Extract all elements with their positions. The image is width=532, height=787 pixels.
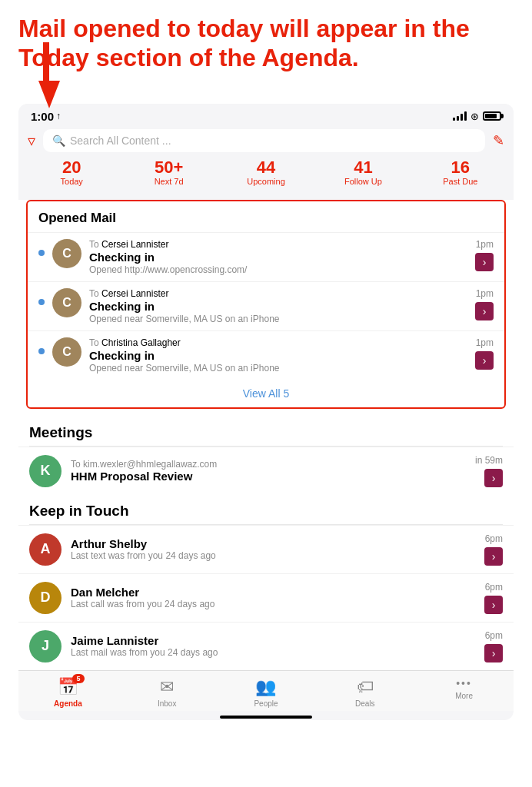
mail-time: 1pm <box>476 288 494 299</box>
touch-action-button[interactable]: › <box>484 547 503 566</box>
avatar: K <box>29 455 62 487</box>
tab-pastdue[interactable]: 16 Past Due <box>414 158 507 186</box>
wifi-icon: ⊛ <box>470 111 479 122</box>
mail-body: To Cersei Lannister Checking in Opened n… <box>89 288 467 324</box>
tab-followup[interactable]: 41 Follow Up <box>316 158 410 186</box>
avatar: C <box>52 288 81 317</box>
search-placeholder: Search All Content ... <box>70 134 171 147</box>
agenda-icon: 📅 5 <box>58 677 78 697</box>
filter-icon[interactable]: ▿ <box>28 131 35 150</box>
inbox-icon: ✉ <box>160 677 174 697</box>
touch-body: Dan Melcher Last call was from you 24 da… <box>71 586 475 609</box>
tab-people-label: People <box>254 699 278 708</box>
keep-in-touch-section: Keep in Touch A Arthur Shelby Last text … <box>18 495 514 670</box>
annotation-text: Mail opened to today will appear in the … <box>0 0 532 81</box>
mail-to: To Cersei Lannister <box>89 288 467 299</box>
touch-sub: Last mail was from you 24 days ago <box>71 647 475 658</box>
mail-subject: Checking in <box>89 349 467 362</box>
touch-time: 6pm <box>485 582 503 593</box>
tab-upcoming[interactable]: 44 Upcoming <box>219 158 313 186</box>
meetings-section: Meetings K To kim.wexler@hhmlegallawaz.c… <box>18 417 514 495</box>
mail-time-area: 1pm › <box>475 239 494 271</box>
agenda-badge: 5 <box>72 674 85 683</box>
touch-item-arthur[interactable]: A Arthur Shelby Last text was from you 2… <box>18 525 514 573</box>
tab-agenda-label: Agenda <box>54 699 82 708</box>
bottom-tab-bar: 📅 5 Agenda ✉ Inbox 👥 People 🏷 Deals ••• … <box>18 670 514 711</box>
meeting-item[interactable]: K To kim.wexler@hhmlegallawaz.com HHM Pr… <box>18 447 514 495</box>
opened-mail-section: Opened Mail C To Cersei Lannister Checki… <box>26 200 506 409</box>
tab-agenda[interactable]: 📅 5 Agenda <box>18 677 118 708</box>
meeting-action-button[interactable]: › <box>484 469 503 487</box>
avatar: A <box>29 533 62 566</box>
mail-item[interactable]: C To Christina Gallagher Checking in Ope… <box>28 330 504 380</box>
tab-deals-label: Deals <box>355 699 375 708</box>
meeting-time: in 59m <box>475 455 503 466</box>
touch-name: Dan Melcher <box>71 586 475 599</box>
mail-time: 1pm <box>476 239 494 250</box>
unread-dot <box>38 348 45 354</box>
mail-subject: Checking in <box>89 251 467 264</box>
touch-time-area: 6pm › <box>484 533 503 566</box>
touch-sub: Last text was from you 24 days ago <box>71 550 475 561</box>
tab-people[interactable]: 👥 People <box>217 677 316 708</box>
nav-tabs: 20 Today 50+ Next 7d 44 Upcoming 41 Foll… <box>18 158 514 192</box>
touch-action-button[interactable]: › <box>484 644 503 662</box>
mail-preview: Opened near Somerville, MA US on an iPho… <box>89 363 467 374</box>
status-icons: ⊛ <box>453 111 501 122</box>
search-row: ▿ 🔍 Search All Content ... ✎ <box>18 126 514 158</box>
tab-inbox-label: Inbox <box>158 699 176 708</box>
mail-body: To Christina Gallagher Checking in Opene… <box>89 337 467 374</box>
meeting-subject: HHM Proposal Review <box>71 470 466 483</box>
tab-inbox[interactable]: ✉ Inbox <box>118 677 217 708</box>
tab-more-label: More <box>455 692 473 700</box>
tab-deals[interactable]: 🏷 Deals <box>315 677 414 708</box>
opened-mail-title: Opened Mail <box>28 201 504 232</box>
search-bar[interactable]: 🔍 Search All Content ... <box>43 129 485 152</box>
mail-time: 1pm <box>476 337 494 348</box>
touch-time: 6pm <box>485 630 503 641</box>
battery-icon <box>483 111 501 121</box>
keep-in-touch-title: Keep in Touch <box>18 495 514 524</box>
mail-action-button[interactable]: › <box>475 253 494 271</box>
mail-item[interactable]: C To Cersei Lannister Checking in Opened… <box>28 281 504 330</box>
tab-today[interactable]: 20 Today <box>25 158 118 186</box>
touch-action-button[interactable]: › <box>484 596 503 614</box>
mail-body: To Cersei Lannister Checking in Opened h… <box>89 239 467 275</box>
avatar: C <box>52 239 81 268</box>
mail-action-button[interactable]: › <box>475 302 494 320</box>
mail-preview: Opened near Somerville, MA US on an iPho… <box>89 314 467 324</box>
status-time: 1:00 <box>31 110 54 123</box>
mail-subject: Checking in <box>89 300 467 313</box>
signal-icon <box>453 111 467 121</box>
meetings-title: Meetings <box>18 417 514 446</box>
unread-dot <box>38 250 45 256</box>
location-icon: ↑ <box>56 111 61 121</box>
tab-more[interactable]: ••• More <box>414 677 514 708</box>
touch-body: Arthur Shelby Last text was from you 24 … <box>71 537 475 561</box>
mail-item[interactable]: C To Cersei Lannister Checking in Opened… <box>28 232 504 281</box>
mail-preview: Opened http://www.opencrossing.com/ <box>89 264 467 275</box>
view-all-link[interactable]: View All 5 <box>28 380 504 407</box>
tab-next7d[interactable]: 50+ Next 7d <box>121 158 215 186</box>
unread-dot <box>38 299 45 305</box>
mail-time-area: 1pm › <box>475 288 494 320</box>
touch-name: Arthur Shelby <box>71 537 475 550</box>
compose-icon[interactable]: ✎ <box>493 132 504 149</box>
meeting-body: To kim.wexler@hhmlegallawaz.com HHM Prop… <box>71 459 466 483</box>
touch-time-area: 6pm › <box>484 630 503 662</box>
avatar: C <box>52 337 81 367</box>
meeting-time-area: in 59m › <box>475 455 503 487</box>
home-indicator <box>220 716 312 719</box>
deals-icon: 🏷 <box>357 677 374 697</box>
touch-item-jaime[interactable]: J Jaime Lannister Last mail was from you… <box>18 622 514 670</box>
status-bar: 1:00 ↑ ⊛ <box>18 104 514 126</box>
phone-frame: 1:00 ↑ ⊛ ▿ 🔍 Search All Content ... ✎ <box>18 104 514 720</box>
touch-time-area: 6pm › <box>484 582 503 614</box>
avatar: D <box>29 582 62 614</box>
main-content: Opened Mail C To Cersei Lannister Checki… <box>18 200 514 670</box>
mail-action-button[interactable]: › <box>475 351 494 370</box>
meeting-to: To kim.wexler@hhmlegallawaz.com <box>71 459 466 470</box>
touch-item-dan[interactable]: D Dan Melcher Last call was from you 24 … <box>18 573 514 622</box>
mail-time-area: 1pm › <box>475 337 494 370</box>
mail-to: To Cersei Lannister <box>89 239 467 250</box>
